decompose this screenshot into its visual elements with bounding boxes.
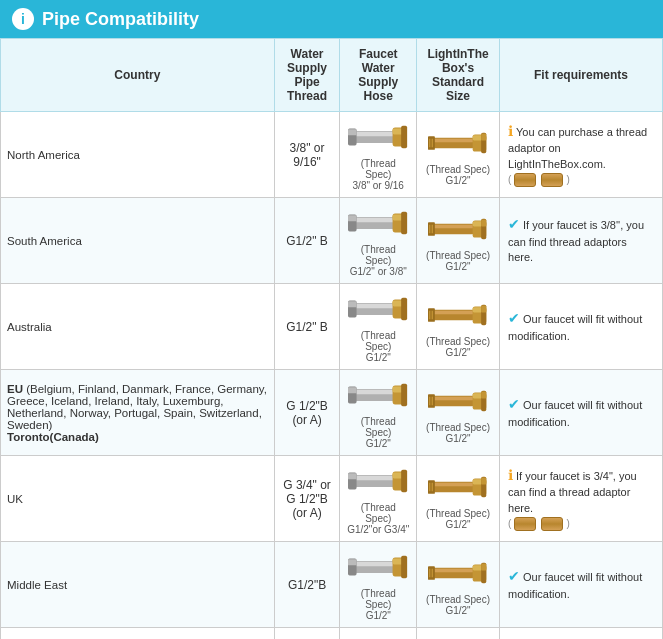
std-size-cell: (Thread Spec)G1/2"	[417, 456, 500, 542]
country-cell: Australia	[1, 284, 275, 370]
svg-rect-67	[348, 473, 357, 479]
hose-image-container: (Thread Spec)G1/2" or 3/8"	[346, 204, 410, 277]
thread-cell: G1/2"B	[274, 628, 340, 640]
std-image-container: (Thread Spec)G1/2"	[423, 124, 493, 186]
svg-rect-79	[481, 477, 486, 484]
svg-rect-49	[353, 390, 396, 394]
col-hose: Faucet WaterSupply Hose	[340, 39, 417, 112]
svg-rect-17	[353, 218, 396, 222]
svg-rect-6	[401, 126, 407, 148]
svg-rect-70	[401, 470, 407, 492]
hose-image-container: (Thread Spec)G1/2"	[346, 290, 410, 363]
svg-rect-86	[401, 556, 407, 578]
std-size-cell: (Thread Spec)G1/2"	[417, 284, 500, 370]
svg-rect-81	[353, 562, 396, 566]
country-cell: EU (Belgium, Finland, Danmark, France, G…	[1, 370, 275, 456]
svg-rect-89	[428, 566, 435, 580]
hose-cell: (Thread Spec)G1/2"	[340, 628, 417, 640]
svg-rect-25	[428, 222, 435, 236]
eu-label: EU (Belgium, Finland, Danmark, France, G…	[7, 383, 267, 443]
svg-rect-38	[401, 298, 407, 320]
std-image-container: (Thread Spec)G1/2"	[423, 296, 493, 358]
fit-cell: ✔Our faucet will fit without modificatio…	[500, 542, 663, 628]
svg-rect-24	[430, 224, 475, 227]
std-size-cell: (Thread Spec)G1/2"	[417, 370, 500, 456]
fit-text: Our faucet will fit without modification…	[508, 571, 642, 600]
std-image-container: (Thread Spec)G1/2"	[423, 554, 493, 616]
col-std: LightInThe Box'sStandard Size	[417, 39, 500, 112]
hose-cell: (Thread Spec)G1/2"or G3/4"	[340, 456, 417, 542]
check-icon: ✔	[508, 309, 520, 329]
svg-rect-19	[348, 215, 357, 221]
thread-cell: G 1/2"B (or A)	[274, 370, 340, 456]
fit-text: If your faucet is 3/8'', you can find th…	[508, 219, 644, 263]
check-icon: ✔	[508, 215, 520, 235]
thread-cell: 3/8" or 9/16"	[274, 112, 340, 198]
table-row: UKG 3/4" or G 1/2"B(or A) (Thread Spec)G…	[1, 456, 663, 542]
table-row: North America3/8" or 9/16" (Thread Spec)…	[1, 112, 663, 198]
hose-image-container: (Thread Spec)G1/2"	[346, 376, 410, 449]
info-icon: ℹ	[508, 466, 513, 486]
std-size-cell: (Thread Spec)G1/2"	[417, 198, 500, 284]
country-cell: Africa	[1, 628, 275, 640]
std-size-cell: (Thread Spec)G1/2"	[417, 542, 500, 628]
table-row: EU (Belgium, Finland, Danmark, France, G…	[1, 370, 663, 456]
page-title: Pipe Compatibility	[42, 9, 199, 30]
hose-spec-label: (Thread Spec)G1/2"	[346, 330, 410, 363]
std-spec-label: (Thread Spec)G1/2"	[426, 336, 490, 358]
fit-cell: ✔Our faucet will fit without modificatio…	[500, 284, 663, 370]
table-header-row: Country Water SupplyPipe Thread Faucet W…	[1, 39, 663, 112]
title-bar: i Pipe Compatibility	[0, 0, 663, 38]
fit-cell: ✔If your faucet is 3/8'', you can find t…	[500, 198, 663, 284]
svg-rect-8	[430, 138, 475, 141]
svg-rect-51	[348, 387, 357, 393]
hose-spec-label: (Thread Spec)G1/2" or 3/8"	[346, 244, 410, 277]
svg-rect-15	[481, 133, 486, 140]
thread-cell: G1/2" B	[274, 284, 340, 370]
svg-rect-9	[428, 136, 435, 150]
svg-rect-3	[348, 129, 357, 135]
col-thread: Water SupplyPipe Thread	[274, 39, 340, 112]
svg-rect-22	[401, 212, 407, 234]
hose-spec-label: (Thread Spec)G1/2"	[346, 416, 410, 449]
compatibility-table: Country Water SupplyPipe Thread Faucet W…	[0, 38, 663, 639]
table-row: AustraliaG1/2" B (Thread Spec)G1/2" (Thr…	[1, 284, 663, 370]
country-cell: UK	[1, 456, 275, 542]
std-image-container: (Thread Spec)G1/2"	[423, 382, 493, 444]
adaptor-image: ( )	[508, 173, 570, 187]
svg-rect-83	[348, 559, 357, 565]
table-row: Middle EastG1/2"B (Thread Spec)G1/2" (Th…	[1, 542, 663, 628]
svg-rect-47	[481, 305, 486, 312]
adaptor-image: ( )	[508, 517, 570, 531]
svg-rect-88	[430, 568, 475, 571]
hose-spec-label: (Thread Spec)3/8" or 9/16	[346, 158, 410, 191]
svg-rect-31	[481, 219, 486, 226]
table-row: South AmericaG1/2" B (Thread Spec)G1/2" …	[1, 198, 663, 284]
thread-cell: G 3/4" or G 1/2"B(or A)	[274, 456, 340, 542]
std-image-container: (Thread Spec)G1/2"	[423, 210, 493, 272]
fit-text: You can purchase a thread adaptor on Lig…	[508, 126, 647, 170]
hose-cell: (Thread Spec)G1/2"	[340, 542, 417, 628]
std-spec-label: (Thread Spec)G1/2"	[426, 250, 490, 272]
svg-rect-65	[353, 476, 396, 480]
hose-cell: (Thread Spec)G1/2" or 3/8"	[340, 198, 417, 284]
country-cell: Middle East	[1, 542, 275, 628]
fit-text: Our faucet will fit without modification…	[508, 313, 642, 342]
hose-cell: (Thread Spec)G1/2"	[340, 284, 417, 370]
hose-spec-label: (Thread Spec)G1/2"or G3/4"	[346, 502, 410, 535]
svg-rect-1	[353, 132, 396, 136]
country-cell: North America	[1, 112, 275, 198]
check-icon: ✔	[508, 395, 520, 415]
std-spec-label: (Thread Spec)G1/2"	[426, 594, 490, 616]
svg-rect-54	[401, 384, 407, 406]
std-spec-label: (Thread Spec)G1/2"	[426, 164, 490, 186]
hose-spec-label: (Thread Spec)G1/2"	[346, 588, 410, 621]
fit-cell: ℹYou can purchase a thread adaptor on Li…	[500, 112, 663, 198]
svg-rect-56	[430, 396, 475, 399]
hose-image-container: (Thread Spec)G1/2"	[346, 548, 410, 621]
std-spec-label: (Thread Spec)G1/2"	[426, 422, 490, 444]
col-country: Country	[1, 39, 275, 112]
col-fit: Fit requirements	[500, 39, 663, 112]
fit-text: Our faucet will fit without modification…	[508, 399, 642, 428]
thread-cell: G1/2"B	[274, 542, 340, 628]
